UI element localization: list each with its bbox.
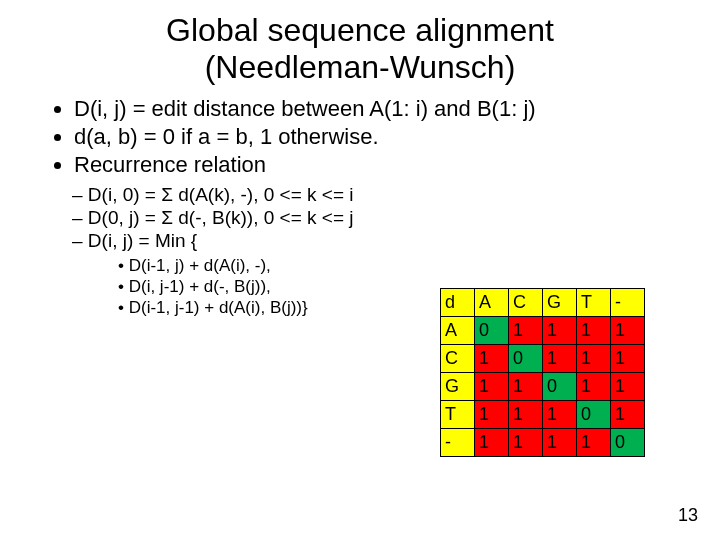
- cell: 1: [611, 345, 645, 373]
- row-header: T: [441, 401, 475, 429]
- cell: 1: [611, 401, 645, 429]
- cell: 1: [543, 429, 577, 457]
- col-header: C: [509, 289, 543, 317]
- cell: 1: [475, 345, 509, 373]
- col-header: G: [543, 289, 577, 317]
- title-line2: (Needleman-Wunsch): [205, 49, 516, 85]
- table-corner: d: [441, 289, 475, 317]
- cell: 1: [577, 317, 611, 345]
- cell: 0: [611, 429, 645, 457]
- cell: 0: [475, 317, 509, 345]
- distance-table: d A C G T - A 0 1 1 1 1 C 1 0 1 1 1 G 1 …: [440, 288, 645, 457]
- cell: 1: [509, 373, 543, 401]
- col-header: A: [475, 289, 509, 317]
- cell: 1: [611, 317, 645, 345]
- cell: 1: [577, 345, 611, 373]
- table-row: T 1 1 1 0 1: [441, 401, 645, 429]
- cell: 1: [475, 373, 509, 401]
- table-row: G 1 1 0 1 1: [441, 373, 645, 401]
- main-bullets: D(i, j) = edit distance between A(1: i) …: [34, 96, 720, 178]
- cell: 1: [543, 345, 577, 373]
- row-header: G: [441, 373, 475, 401]
- cell: 1: [543, 317, 577, 345]
- row-header: A: [441, 317, 475, 345]
- subbullet-item: D(i, j) = Min {: [72, 230, 720, 252]
- sub-bullets: D(i, 0) = Σ d(A(k), -), 0 <= k <= i D(0,…: [72, 184, 720, 252]
- bullet-item: d(a, b) = 0 if a = b, 1 otherwise.: [74, 124, 720, 150]
- table-row: - 1 1 1 1 0: [441, 429, 645, 457]
- cell: 1: [509, 429, 543, 457]
- table-row: A 0 1 1 1 1: [441, 317, 645, 345]
- cell: 1: [577, 373, 611, 401]
- distance-table-wrap: d A C G T - A 0 1 1 1 1 C 1 0 1 1 1 G 1 …: [440, 288, 645, 457]
- cell: 0: [577, 401, 611, 429]
- bullet-item: Recurrence relation: [74, 152, 720, 178]
- cell: 0: [543, 373, 577, 401]
- col-header: T: [577, 289, 611, 317]
- table-row: C 1 0 1 1 1: [441, 345, 645, 373]
- slide-title: Global sequence alignment (Needleman-Wun…: [0, 12, 720, 86]
- cell: 1: [475, 429, 509, 457]
- subbullet-item: D(0, j) = Σ d(-, B(k)), 0 <= k <= j: [72, 207, 720, 229]
- table-header-row: d A C G T -: [441, 289, 645, 317]
- cell: 0: [509, 345, 543, 373]
- cell: 1: [611, 373, 645, 401]
- title-line1: Global sequence alignment: [166, 12, 554, 48]
- row-header: -: [441, 429, 475, 457]
- cell: 1: [509, 317, 543, 345]
- cell: 1: [577, 429, 611, 457]
- cell: 1: [509, 401, 543, 429]
- subbullet-item: D(i, 0) = Σ d(A(k), -), 0 <= k <= i: [72, 184, 720, 206]
- page-number: 13: [678, 505, 698, 526]
- cell: 1: [543, 401, 577, 429]
- cell: 1: [475, 401, 509, 429]
- row-header: C: [441, 345, 475, 373]
- bullet-item: D(i, j) = edit distance between A(1: i) …: [74, 96, 720, 122]
- subsubbullet-item: D(i-1, j) + d(A(i), -),: [118, 256, 720, 276]
- col-header: -: [611, 289, 645, 317]
